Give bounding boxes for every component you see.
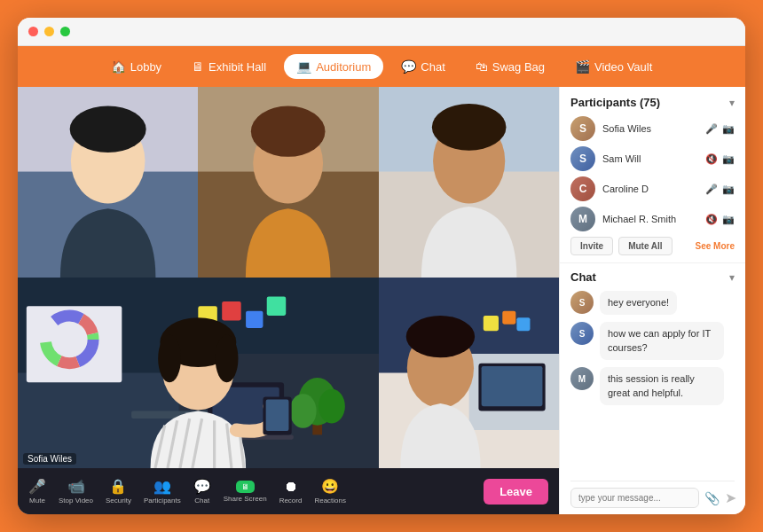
- chat-bubble-1: hey everyone!: [600, 291, 677, 315]
- nav-chat[interactable]: 💬 Chat: [389, 54, 457, 79]
- maximize-dot[interactable]: [60, 27, 70, 36]
- mic-icon: 🎤: [28, 478, 46, 495]
- svg-point-53: [405, 316, 474, 357]
- chat-header: Chat ▾: [570, 270, 735, 284]
- svg-point-11: [432, 104, 507, 151]
- chat-avatar-2: S: [570, 322, 594, 345]
- nav-exhibit-label: Exhibit Hall: [208, 60, 266, 74]
- video-cell-2: [198, 87, 378, 278]
- chat-chevron-icon[interactable]: ▾: [729, 271, 735, 284]
- participants-chevron-icon[interactable]: ▾: [729, 97, 735, 109]
- nav-swag[interactable]: 🛍 Swag Bag: [463, 54, 557, 79]
- svg-rect-48: [481, 366, 542, 406]
- navbar: 🏠 Lobby 🖥 Exhibit Hall 💻 Auditorium 💬 Ch…: [18, 46, 745, 87]
- avatar-caroline: C: [570, 176, 595, 201]
- chat-message-3: M this session is really great and helpf…: [570, 367, 735, 405]
- mute-button[interactable]: 🎤 Mute: [28, 478, 46, 505]
- chat-bubble-2: how we can apply for IT courses?: [600, 322, 724, 360]
- chat-nav-icon: 💬: [401, 59, 416, 74]
- chat-avatar-1: S: [570, 291, 594, 314]
- mute-all-button[interactable]: Mute All: [618, 237, 673, 255]
- security-icon: 🔒: [109, 478, 127, 495]
- video-cell-4: [379, 278, 559, 468]
- chat-input[interactable]: [570, 488, 699, 508]
- nav-exhibit[interactable]: 🖥 Exhibit Hall: [179, 54, 279, 79]
- chat-section: Chat ▾ S hey everyone! S how we can appl…: [560, 263, 745, 514]
- svg-point-34: [216, 335, 239, 383]
- exhibit-icon: 🖥: [192, 59, 204, 74]
- cam-on-icon-3: 📷: [722, 184, 735, 195]
- svg-rect-43: [266, 400, 289, 431]
- participant-name-sam: Sam Will: [602, 153, 698, 164]
- participant-name-sofia: Sofia Wiles: [602, 123, 698, 134]
- video-cell-3: [379, 87, 559, 278]
- participant-icons-sofia: 🎤 📷: [705, 123, 735, 135]
- close-dot[interactable]: [28, 27, 38, 36]
- participant-row: S Sofia Wiles 🎤 📷: [570, 116, 735, 141]
- reactions-label: Reactions: [314, 497, 346, 505]
- svg-point-3: [70, 106, 146, 153]
- security-label: Security: [106, 497, 131, 505]
- minimize-dot[interactable]: [44, 27, 54, 36]
- send-icon[interactable]: ➤: [725, 489, 736, 506]
- chat-avatar-3: M: [570, 367, 594, 390]
- controls-left: 🎤 Mute 📹 Stop Video 🔒 Security 👥 Partici…: [28, 478, 346, 505]
- leave-button[interactable]: Leave: [484, 479, 548, 505]
- participants-section: Participants (75) ▾ S Sofia Wiles 🎤 📷 S …: [560, 87, 745, 263]
- attach-icon[interactable]: 📎: [704, 491, 720, 505]
- cam-on-icon-4: 📷: [722, 214, 735, 225]
- participants-header: Participants (75) ▾: [570, 96, 735, 109]
- see-more-link[interactable]: See More: [696, 241, 735, 251]
- record-button[interactable]: ⏺ Record: [279, 479, 303, 505]
- mic-muted-icon: 🔇: [705, 153, 718, 165]
- svg-point-30: [319, 389, 345, 424]
- video-person-label: Sofia Wiles: [23, 453, 76, 465]
- share-screen-button[interactable]: 🖥 Share Screen: [224, 481, 267, 503]
- svg-rect-49: [483, 316, 498, 331]
- nav-auditorium[interactable]: 💻 Auditorium: [284, 54, 383, 79]
- participant-actions: Invite Mute All See More: [570, 237, 735, 255]
- nav-vault[interactable]: 🎬 Video Vault: [562, 54, 665, 79]
- sidebar: Participants (75) ▾ S Sofia Wiles 🎤 📷 S …: [559, 87, 745, 514]
- svg-rect-22: [267, 297, 287, 317]
- avatar-sam: S: [570, 146, 595, 171]
- chat-bubble-3: this session is really great and helpful…: [600, 367, 724, 405]
- chat-title: Chat: [570, 270, 596, 284]
- stop-video-label: Stop Video: [59, 497, 93, 505]
- title-bar: [18, 18, 745, 46]
- vault-icon: 🎬: [575, 59, 590, 74]
- participants-button[interactable]: 👥 Participants: [144, 478, 181, 505]
- avatar-sofia: S: [570, 116, 595, 141]
- stop-video-button[interactable]: 📹 Stop Video: [59, 478, 93, 505]
- participant-icons-caroline: 🎤 📷: [705, 184, 735, 195]
- svg-point-7: [251, 106, 326, 157]
- cam-on-icon-2: 📷: [722, 153, 735, 165]
- app-window: 🏠 Lobby 🖥 Exhibit Hall 💻 Auditorium 💬 Ch…: [18, 18, 745, 514]
- share-screen-icon: 🖥: [236, 481, 255, 493]
- reactions-icon: 😀: [321, 478, 339, 495]
- nav-lobby[interactable]: 🏠 Lobby: [98, 54, 174, 79]
- nav-chat-label: Chat: [421, 60, 444, 74]
- swag-icon: 🛍: [476, 59, 488, 74]
- chat-input-area: 📎 ➤: [570, 481, 735, 514]
- invite-button[interactable]: Invite: [570, 237, 613, 255]
- participant-name-caroline: Caroline D: [602, 184, 698, 194]
- participant-row: S Sam Will 🔇 📷: [570, 146, 735, 171]
- video-icon: 📹: [67, 478, 85, 495]
- participant-row: C Caroline D 🎤 📷: [570, 176, 735, 201]
- nav-vault-label: Video Vault: [594, 60, 652, 74]
- share-screen-label: Share Screen: [224, 495, 267, 503]
- video-cell-1: [18, 87, 198, 278]
- reactions-button[interactable]: 😀 Reactions: [314, 478, 346, 505]
- chat-ctrl-button[interactable]: 💬 Chat: [193, 478, 211, 505]
- video-grid: Sofia Wiles: [18, 87, 559, 468]
- mute-label: Mute: [29, 497, 45, 505]
- cam-on-icon: 📷: [722, 123, 735, 135]
- main-content: Sofia Wiles: [18, 87, 745, 514]
- auditorium-icon: 💻: [296, 59, 311, 74]
- security-button[interactable]: 🔒 Security: [106, 478, 131, 505]
- nav-auditorium-label: Auditorium: [316, 60, 371, 74]
- svg-point-29: [290, 394, 317, 428]
- record-label: Record: [279, 497, 303, 505]
- chat-ctrl-icon: 💬: [193, 478, 211, 495]
